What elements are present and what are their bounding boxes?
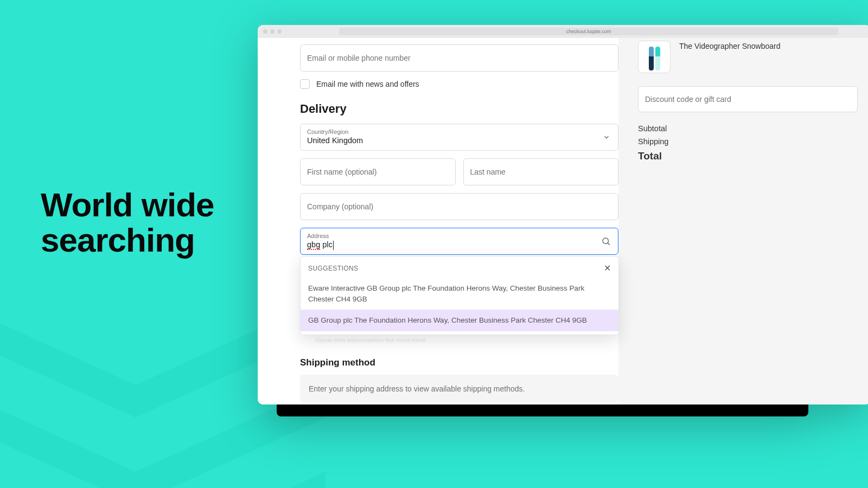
address-suggestions: SUGGESTIONS ✕ Eware Interactive GB Group… [300, 256, 619, 335]
delivery-heading: Delivery [300, 102, 618, 116]
newsletter-checkbox-row[interactable]: Email me with news and offers [300, 79, 618, 89]
hero-line1: World wide [41, 187, 214, 222]
suggestions-header: SUGGESTIONS [308, 265, 358, 272]
discount-code-field[interactable]: Discount code or gift card [638, 86, 858, 112]
address-field[interactable]: Address gbg plc [300, 228, 618, 255]
url-bar[interactable]: checkout.loqate.com [339, 28, 838, 35]
first-name-field[interactable]: First name (optional) [300, 158, 456, 185]
address-value: gbg plc [307, 240, 334, 250]
newsletter-label: Email me with news and offers [316, 80, 419, 88]
checkbox-icon[interactable] [300, 79, 310, 89]
url-text: checkout.loqate.com [566, 29, 611, 34]
product-name: The Videographer Snowboard [679, 41, 781, 50]
shipping-heading: Shipping method [300, 357, 618, 368]
traffic-light-dot [270, 29, 275, 34]
search-icon[interactable] [601, 236, 611, 246]
placeholder-text: Company (optional) [307, 202, 373, 211]
svg-point-0 [603, 238, 609, 244]
placeholder-text: Email or mobile phone number [307, 54, 411, 62]
chevron-down-icon [603, 133, 610, 141]
save-info-row: Save this information for next time [300, 336, 618, 344]
company-field[interactable]: Company (optional) [300, 193, 618, 220]
shipping-label: Shipping [638, 137, 668, 146]
subtotal-label: Subtotal [638, 124, 667, 133]
browser-titlebar: checkout.loqate.com [258, 25, 868, 38]
traffic-light-dot [263, 29, 267, 34]
traffic-lights [263, 29, 282, 34]
address-field-wrapper: Address gbg plc SUGGESTIONS ✕ Eware Inte… [300, 228, 618, 255]
product-thumbnail [638, 41, 671, 73]
browser-window: checkout.loqate.com Email or mobile phon… [258, 25, 868, 404]
hero-line2: searching [41, 222, 214, 258]
placeholder-text: Last name [470, 168, 506, 176]
cart-item: The Videographer Snowboard [638, 40, 858, 73]
total-label: Total [638, 150, 662, 162]
country-select[interactable]: Country/Region United Kingdom [300, 124, 618, 151]
traffic-light-dot [277, 29, 282, 34]
total-row: Total [638, 150, 858, 162]
svg-line-1 [608, 243, 610, 245]
shipping-method-note: Enter your shipping address to view avai… [300, 375, 618, 403]
address-label: Address [307, 233, 329, 240]
order-summary: The Videographer Snowboard Discount code… [618, 38, 868, 404]
country-label: Country/Region [307, 129, 348, 136]
shipping-row: Shipping [638, 137, 858, 146]
checkout-main: Email or mobile phone number Email me wi… [258, 38, 618, 404]
last-name-field[interactable]: Last name [463, 158, 619, 185]
country-value: United Kingdom [307, 136, 363, 146]
suggestion-item[interactable]: Eware Interactive GB Group plc The Found… [301, 278, 618, 310]
subtotal-row: Subtotal [638, 124, 858, 133]
close-icon[interactable]: ✕ [604, 263, 611, 273]
suggestion-item[interactable]: GB Group plc The Foundation Herons Way, … [301, 310, 618, 331]
placeholder-text: First name (optional) [307, 168, 376, 176]
contact-email-field[interactable]: Email or mobile phone number [300, 44, 618, 72]
placeholder-text: Discount code or gift card [645, 95, 731, 104]
hero-heading: World wide searching [41, 187, 214, 258]
